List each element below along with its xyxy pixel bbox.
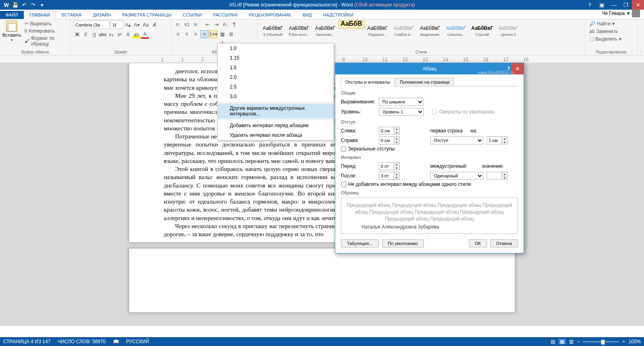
tab-layout[interactable]: РАЗМЕТКА СТРАНИЦЫ (117, 11, 177, 19)
strike-button[interactable]: abc (99, 31, 107, 39)
style-¶ Без инте...[interactable]: АаБбВвГ¶ Без инте... (286, 21, 312, 41)
align-center-icon[interactable]: ≡ (183, 30, 191, 38)
bold-button[interactable]: Ж (73, 31, 81, 39)
tabs-button[interactable]: Табуляция... (341, 239, 379, 247)
ok-button[interactable]: ОК (469, 239, 487, 247)
status-words[interactable]: ЧИСЛО СЛОВ: 58970 (58, 339, 106, 344)
zoom-out-icon[interactable]: − (577, 339, 580, 344)
style-¶ Обычный[interactable]: АаБбВвГ¶ Обычный (260, 21, 286, 41)
replace-button[interactable]: abЗаменить (588, 28, 635, 35)
tab-design[interactable]: ДИЗАЙН (87, 11, 116, 19)
tab-file[interactable]: ФАЙЛ (0, 11, 24, 19)
style-Название[interactable]: АаБбВНазвание (339, 21, 364, 29)
style-Подзагол...[interactable]: АаБбВвГПодзагол... (365, 21, 390, 41)
spacing-1.0[interactable]: 1.0 (218, 43, 334, 53)
help-icon[interactable]: ? (584, 0, 596, 10)
shading-icon[interactable]: ▦ (218, 30, 226, 38)
inc-indent-icon[interactable]: ⇥ (213, 21, 221, 29)
save-icon[interactable]: 💾 (11, 1, 19, 9)
multilevel-icon[interactable]: ≡ᵢ (192, 21, 200, 29)
spacing-3.0[interactable]: 3.0 (218, 92, 334, 101)
spacing-1.5[interactable]: 1.5 (218, 63, 334, 72)
dialog-tab-indents[interactable]: Отступы и интервалы (341, 78, 394, 86)
borders-icon[interactable]: ⊞ (227, 30, 235, 38)
style-Заголово...[interactable]: АаБбВвГЗаголово... (312, 21, 338, 41)
spacing-other[interactable]: Другие варианты междустрочных интервалов… (218, 103, 334, 119)
change-case-icon[interactable]: Aa (142, 21, 150, 29)
paste-button[interactable]: Вставить ▾ (2, 21, 21, 47)
qat-more-icon[interactable]: ▾ (38, 1, 46, 9)
spacing-2.0[interactable]: 2.0 (218, 72, 334, 82)
sort-icon[interactable]: A↓ (221, 21, 229, 29)
view-web-icon[interactable]: ▥ (569, 339, 574, 344)
style-Цитата 2[interactable]: АаБбВвГЦитата 2 (495, 21, 521, 41)
value-spinner[interactable]: ▲▼ (487, 172, 508, 180)
cancel-button[interactable]: Отмена (490, 239, 518, 247)
spacing-1.15[interactable]: 1.15 (218, 53, 334, 63)
style-Строгий[interactable]: АаБбВвГСтрогий (469, 21, 495, 41)
show-marks-icon[interactable]: ¶ (230, 21, 238, 29)
tab-addins[interactable]: НАДСТРОЙКИ (318, 11, 359, 19)
maximize-icon[interactable]: ❐ (620, 0, 632, 10)
tab-insert[interactable]: ВСТАВКА (56, 11, 87, 19)
style-Выделение[interactable]: АаБбВвГВыделение (417, 21, 443, 41)
default-button[interactable]: По умолчанию (382, 239, 424, 247)
tab-mailings[interactable]: РАССЫЛКИ (207, 11, 243, 19)
proofing-icon[interactable]: 📖 (113, 339, 119, 344)
before-spinner[interactable]: ▲▼ (379, 162, 400, 170)
by-spinner[interactable]: ▲▼ (487, 136, 508, 144)
highlight-icon[interactable]: ab (132, 31, 140, 39)
zoom-in-icon[interactable]: + (622, 339, 625, 344)
grow-font-icon[interactable]: A▴ (124, 21, 132, 29)
dialog-tab-position[interactable]: Положение на странице (395, 78, 454, 86)
zoom-slider[interactable] (583, 341, 619, 342)
line-spacing-button[interactable]: ‡≡▾ (209, 30, 217, 38)
redo-icon[interactable]: ↷ (29, 1, 37, 9)
copy-button[interactable]: ⎘Копировать (23, 28, 68, 34)
status-language[interactable]: РУССКИЙ (126, 339, 149, 344)
text-effects-icon[interactable]: A (124, 31, 132, 39)
clear-format-icon[interactable]: A̸ (151, 21, 159, 29)
after-spinner[interactable]: ▲▼ (379, 172, 400, 180)
align-justify-icon[interactable]: ≡ (200, 30, 208, 38)
superscript-button[interactable]: x² (116, 31, 124, 39)
font-size-combo[interactable] (110, 21, 123, 29)
cut-button[interactable]: ✂Вырезать (23, 21, 68, 27)
undo-icon[interactable]: ↶ (20, 1, 28, 9)
tab-references[interactable]: ССЫЛКИ (177, 11, 207, 19)
font-name-combo[interactable] (73, 21, 109, 29)
right-indent-spinner[interactable]: ▲▼ (379, 136, 400, 144)
level-select[interactable]: Уровень 1 (379, 108, 424, 116)
align-left-icon[interactable]: ≡ (174, 30, 182, 38)
collapse-ribbon-icon[interactable]: ˇ (638, 19, 644, 55)
ribbon-options-icon[interactable]: ▣ (596, 0, 608, 10)
style-Слабое в...[interactable]: АаБбВвГСлабое в... (391, 21, 417, 41)
format-painter-button[interactable]: 🖌Формат по образцу (23, 35, 68, 47)
numbering-icon[interactable]: ≡1 (183, 21, 191, 29)
spacing-add-before[interactable]: Добавить интервал перед абзацем (218, 121, 334, 130)
align-select[interactable]: По ширине (379, 98, 424, 106)
spacing-2.5[interactable]: 2.5 (218, 82, 334, 92)
shrink-font-icon[interactable]: A▾ (133, 21, 141, 29)
find-button[interactable]: 🔎Найти ▾ (588, 21, 635, 27)
underline-button[interactable]: Ч (90, 31, 98, 39)
tab-review[interactable]: РЕЦЕНЗИРОВАНИЕ (243, 11, 297, 19)
left-indent-spinner[interactable]: ▲▼ (379, 127, 400, 135)
view-read-icon[interactable]: ▤ (551, 339, 555, 344)
minimize-icon[interactable]: — (608, 0, 620, 10)
align-right-icon[interactable]: ≡ (192, 30, 200, 38)
mirror-indents-checkbox[interactable] (341, 146, 346, 152)
tab-home[interactable]: ГЛАВНАЯ (24, 10, 56, 19)
dec-indent-icon[interactable]: ⇤ (204, 21, 212, 29)
tab-view[interactable]: ВИД (297, 11, 318, 19)
first-line-select[interactable]: Отступ (430, 136, 483, 144)
bullets-icon[interactable]: ≡· (174, 21, 182, 29)
spacing-remove-after[interactable]: Удалить интервал после абзаца (218, 130, 334, 140)
no-same-style-checkbox[interactable] (341, 182, 346, 187)
linespacing-select[interactable]: Одинарный (430, 172, 483, 180)
subscript-button[interactable]: x₂ (107, 31, 115, 39)
close-icon[interactable]: ✕ (632, 0, 644, 10)
view-print-icon[interactable]: ▦ (558, 339, 566, 344)
select-button[interactable]: ⬚Выделить ▾ (588, 36, 635, 42)
status-page[interactable]: СТРАНИЦА 4 ИЗ 147 (3, 339, 51, 344)
